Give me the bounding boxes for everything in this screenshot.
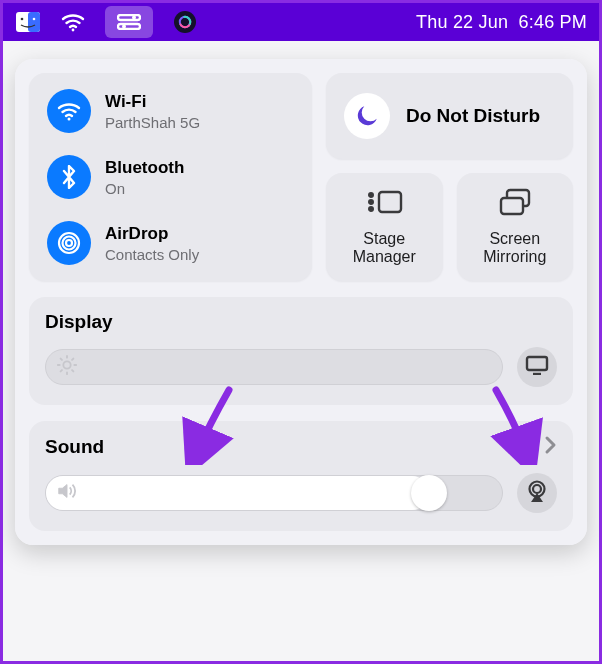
svg-point-3 (33, 18, 36, 21)
svg-point-4 (72, 29, 75, 32)
bluetooth-icon (47, 155, 91, 199)
svg-point-35 (533, 485, 541, 493)
svg-point-14 (66, 240, 72, 246)
airdrop-subtitle: Contacts Only (105, 246, 199, 263)
siri-icon[interactable] (173, 3, 197, 41)
bluetooth-toggle[interactable]: Bluetooth On (47, 155, 294, 199)
display-title: Display (45, 311, 113, 333)
airplay-audio-button[interactable] (517, 473, 557, 513)
finder-icon[interactable] (15, 3, 41, 41)
screen-mirroring-label: Screen Mirroring (463, 230, 568, 267)
brightness-slider[interactable] (45, 349, 503, 385)
speaker-icon (56, 481, 78, 505)
svg-point-23 (63, 361, 70, 368)
svg-point-19 (369, 200, 373, 204)
top-right-column: Do Not Disturb Stage Manager Screen Mirr… (326, 73, 573, 281)
svg-point-18 (369, 193, 373, 197)
sun-icon (56, 354, 78, 380)
svg-rect-5 (118, 15, 140, 20)
svg-rect-32 (527, 357, 547, 370)
screen-mirroring-icon (497, 188, 533, 220)
svg-line-30 (61, 370, 62, 371)
svg-point-13 (68, 118, 71, 121)
stage-manager-button[interactable]: Stage Manager (326, 173, 443, 281)
chevron-right-icon[interactable] (543, 435, 557, 459)
wifi-title: Wi-Fi (105, 92, 200, 112)
moon-icon (344, 93, 390, 139)
svg-rect-1 (28, 12, 40, 32)
volume-slider[interactable] (45, 475, 503, 511)
svg-rect-7 (118, 24, 140, 29)
wifi-toggle[interactable]: Wi-Fi ParthShah 5G (47, 89, 294, 133)
focus-toggle[interactable]: Do Not Disturb (326, 73, 573, 159)
bluetooth-text: Bluetooth On (105, 158, 184, 197)
svg-point-9 (174, 11, 196, 33)
svg-point-8 (122, 25, 126, 29)
display-section: Display (29, 297, 573, 405)
sound-section: Sound (29, 421, 573, 531)
svg-line-28 (61, 359, 62, 360)
control-center-icon[interactable] (105, 6, 153, 38)
wifi-text: Wi-Fi ParthShah 5G (105, 92, 200, 131)
sound-title: Sound (45, 436, 104, 458)
svg-line-29 (72, 370, 73, 371)
volume-thumb[interactable] (411, 475, 447, 511)
airdrop-icon (47, 221, 91, 265)
focus-title: Do Not Disturb (406, 105, 540, 127)
bluetooth-subtitle: On (105, 180, 184, 197)
svg-rect-17 (379, 192, 401, 212)
svg-point-2 (21, 18, 24, 21)
svg-line-31 (72, 359, 73, 360)
wifi-icon[interactable] (61, 3, 85, 41)
menubar-datetime[interactable]: Thu 22 Jun 6:46 PM (416, 3, 587, 41)
top-row: Wi-Fi ParthShah 5G Bluetooth On AirD (29, 73, 573, 281)
menubar: Thu 22 Jun 6:46 PM (3, 3, 599, 41)
display-output-button[interactable] (517, 347, 557, 387)
wifi-icon (47, 89, 91, 133)
stage-manager-icon (365, 188, 403, 220)
svg-point-15 (63, 237, 76, 250)
bluetooth-title: Bluetooth (105, 158, 184, 178)
svg-rect-22 (501, 198, 523, 214)
svg-point-20 (369, 207, 373, 211)
control-center-panel: Wi-Fi ParthShah 5G Bluetooth On AirD (15, 59, 587, 545)
airdrop-text: AirDrop Contacts Only (105, 224, 199, 263)
stage-manager-label: Stage Manager (332, 230, 437, 267)
airdrop-title: AirDrop (105, 224, 199, 244)
screen-mirroring-button[interactable]: Screen Mirroring (457, 173, 574, 281)
monitor-icon (525, 355, 549, 379)
svg-point-6 (132, 16, 136, 20)
connectivity-card: Wi-Fi ParthShah 5G Bluetooth On AirD (29, 73, 312, 281)
airplay-icon (525, 480, 549, 506)
wifi-subtitle: ParthShah 5G (105, 114, 200, 131)
airdrop-toggle[interactable]: AirDrop Contacts Only (47, 221, 294, 265)
